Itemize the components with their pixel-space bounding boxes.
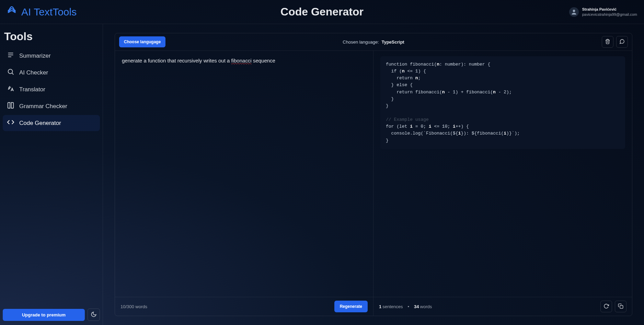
theme-toggle-button[interactable] xyxy=(88,309,100,321)
brand-logo[interactable]: AI TextTools xyxy=(7,5,77,19)
brand-logo-icon xyxy=(7,5,19,19)
chat-icon xyxy=(619,39,625,45)
sidebar-item-label: Summarizer xyxy=(19,53,51,59)
regenerate-button[interactable]: Regenerate xyxy=(334,301,368,312)
sidebar-item-label: Grammar Checker xyxy=(19,103,67,110)
stats-separator: • xyxy=(408,304,410,309)
sidebar-item-label: Code Generator xyxy=(19,120,61,127)
book-icon xyxy=(7,102,14,111)
chosen-language-label: Chosen language: TypeScript xyxy=(343,39,404,45)
sidebar-item-ai-checker[interactable]: AI Checker xyxy=(3,65,100,81)
sidebar-title: Tools xyxy=(3,30,100,48)
moon-icon xyxy=(91,311,97,318)
upgrade-button[interactable]: Upgrade to premium xyxy=(3,309,85,321)
chosen-language-value: TypeScript xyxy=(381,39,404,45)
avatar xyxy=(569,7,579,17)
prompt-text-pre: generate a function that recursively wri… xyxy=(122,58,231,63)
words-value: 34 xyxy=(414,304,419,309)
svg-line-5 xyxy=(12,73,14,75)
sidebar-item-label: Translator xyxy=(19,86,45,93)
refresh-icon xyxy=(603,303,609,310)
prompt-text-post: sequence xyxy=(252,58,275,63)
user-email: pavicevicstrahinja99@gmail.com xyxy=(582,12,637,17)
prompt-text-misspelled: fibonacci xyxy=(231,58,252,63)
trash-icon xyxy=(605,39,610,45)
user-menu[interactable]: Strahinja Pavićević pavicevicstrahinja99… xyxy=(569,7,637,17)
words-label: words xyxy=(420,304,432,309)
choose-language-button[interactable]: Choose langugage xyxy=(119,36,165,47)
sidebar-item-code-generator[interactable]: Code Generator xyxy=(3,115,100,131)
content-area: Choose langugage Chosen language: TypeSc… xyxy=(103,24,644,325)
user-text: Strahinja Pavićević pavicevicstrahinja99… xyxy=(582,7,637,17)
copy-icon xyxy=(618,303,623,310)
sidebar-item-label: AI Checker xyxy=(19,69,48,76)
prompt-input[interactable]: generate a function that recursively wri… xyxy=(115,51,373,297)
chosen-language-prefix: Chosen language: xyxy=(343,39,379,45)
refresh-output-button[interactable] xyxy=(600,301,612,312)
list-icon xyxy=(7,51,14,60)
app-header: AI TextTools Code Generator Strahinja Pa… xyxy=(0,0,644,24)
feedback-button[interactable] xyxy=(616,36,628,48)
output-stats: 1sentences • 34words xyxy=(379,304,432,309)
svg-point-4 xyxy=(8,69,13,74)
search-icon xyxy=(7,68,14,77)
user-name: Strahinja Pavićević xyxy=(582,7,637,12)
generator-panel: Choose langugage Chosen language: TypeSc… xyxy=(115,33,632,316)
code-block[interactable]: function fibonacci(n: number): number { … xyxy=(380,56,625,149)
sidebar-item-grammar-checker[interactable]: Grammar Checker xyxy=(3,98,100,114)
svg-point-0 xyxy=(573,10,575,12)
delete-button[interactable] xyxy=(602,36,613,48)
sidebar: Tools Summarizer AI Checker Translator xyxy=(0,24,103,325)
sidebar-item-translator[interactable]: Translator xyxy=(3,81,100,97)
sidebar-item-summarizer[interactable]: Summarizer xyxy=(3,48,100,64)
page-title: Code Generator xyxy=(280,5,364,18)
code-output: function fibonacci(n: number): number { … xyxy=(373,51,632,297)
sentences-value: 1 xyxy=(379,304,381,309)
brand-name: AI TextTools xyxy=(21,6,77,18)
translate-icon xyxy=(7,85,14,94)
copy-output-button[interactable] xyxy=(615,301,626,312)
code-icon xyxy=(7,118,14,128)
sentences-label: sentences xyxy=(382,304,403,309)
panel-header: Choose langugage Chosen language: TypeSc… xyxy=(115,33,632,51)
svg-rect-6 xyxy=(620,305,623,309)
input-word-counter: 10/300 words xyxy=(120,304,147,309)
